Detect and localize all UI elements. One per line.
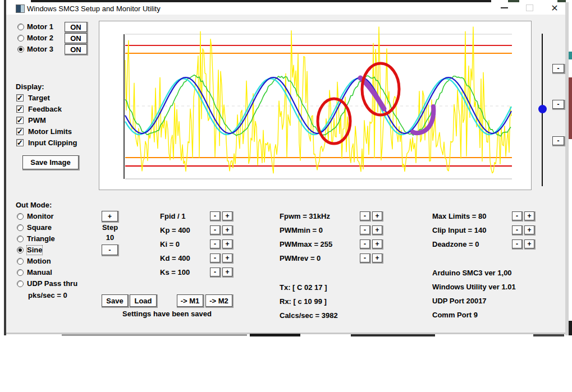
ki-minus-button[interactable]: - [210,239,220,248]
trace-pwm [125,27,511,173]
scale-minus-button-3[interactable]: - [552,136,564,145]
clip-input-minus-button[interactable]: - [512,225,522,234]
motor1-label: Motor 1 [27,22,53,31]
ki-plus-button[interactable]: + [222,239,232,248]
ks-label: Ks = 100 [160,268,190,277]
outmode-manual-label[interactable]: Manual [27,268,52,277]
fpid-minus-button[interactable]: - [210,211,220,220]
pwmmax-minus-button[interactable]: - [360,239,370,248]
outmode-heading: Out Mode: [16,201,52,210]
kd-minus-button[interactable]: - [210,253,220,262]
deadzone-plus-button[interactable]: + [524,239,534,248]
motor1-on-button[interactable]: ON [65,22,87,32]
display-heading: Display: [16,82,44,91]
motor1-radio[interactable] [17,24,24,30]
outmode-monitor-label[interactable]: Monitor [27,212,54,221]
close-icon: ✕ [551,3,558,13]
max-limits-plus-button[interactable]: + [524,211,534,220]
scope-chart-svg [99,21,531,190]
screen-artifact-right2 [569,77,572,139]
pwm-checkbox[interactable] [16,117,24,124]
fpwm-plus-button[interactable]: + [372,211,382,220]
outmode-square-label[interactable]: Square [27,223,52,232]
max-limits-label: Max Limits = 80 [432,212,486,221]
udp-port-text: UDP Port 20017 [432,297,487,306]
outmode-square-radio[interactable] [17,224,24,231]
calcs-readout: Calcs/sec = 3982 [280,311,338,320]
rx-readout: Rx: [ c 10 99 ] [280,297,327,306]
deadzone-minus-button[interactable]: - [512,239,522,248]
motor2-on-button[interactable]: ON [65,33,87,43]
pks-per-sec-label: pks/sec = 0 [28,291,67,300]
outmode-udp-label[interactable]: UDP Pass thru [27,279,77,288]
input-clipping-checkbox[interactable] [16,139,24,146]
target-checkbox-label: Target [28,94,50,103]
scale-minus-button-1[interactable]: - [552,64,564,73]
outmode-monitor-radio[interactable] [17,213,24,220]
outmode-sine-radio[interactable] [17,247,24,253]
max-limits-minus-button[interactable]: - [512,211,522,220]
ki-label: Ki = 0 [160,240,180,249]
step-plus-button[interactable]: + [102,211,118,222]
kd-plus-button[interactable]: + [222,253,232,262]
fpid-label: Fpid / 1 [160,212,186,221]
motor-limits-checkbox-label: Motor Limits [28,127,72,136]
outmode-udp-radio[interactable] [17,280,24,287]
screen-artifact-bottom4 [533,334,564,336]
kp-label: Kp = 400 [160,226,190,235]
motor3-radio[interactable] [17,46,24,53]
outmode-motion-label[interactable]: Motion [27,257,51,266]
load-button[interactable]: Load [130,294,157,307]
send-m1-button[interactable]: -> M1 [177,294,203,307]
fpwm-minus-button[interactable]: - [360,211,370,220]
close-button[interactable]: ✕ [547,2,562,13]
save-button[interactable]: Save [102,294,128,307]
clip-input-plus-button[interactable]: + [524,225,534,234]
arduino-version-text: Arduino SMC3 ver 1,00 [432,269,512,278]
pwmmin-minus-button[interactable]: - [360,225,370,234]
fpid-plus-button[interactable]: + [222,211,232,220]
pwm-checkbox-label: PWM [28,116,46,125]
comm-port-text: Comm Port 9 [432,311,478,320]
pwmrev-plus-button[interactable]: + [372,253,382,262]
pwmrev-label: PWMrev = 0 [280,254,321,263]
send-m2-button[interactable]: -> M2 [205,294,232,307]
scale-slider-thumb[interactable] [538,105,547,113]
outmode-triangle-radio[interactable] [17,236,24,242]
step-label: Step [99,223,121,232]
highlight-stroke-2 [413,107,433,133]
kp-minus-button[interactable]: - [210,225,220,234]
target-checkbox[interactable] [16,94,24,102]
screen-artifact-bottom3 [351,334,435,336]
step-minus-button[interactable]: - [102,245,118,255]
feedback-checkbox[interactable] [16,105,24,113]
pwmrev-minus-button[interactable]: - [360,253,370,262]
motor3-on-button[interactable]: ON [65,44,87,54]
step-value: 10 [99,233,121,242]
outmode-triangle-label[interactable]: Triangle [27,234,55,243]
kp-plus-button[interactable]: + [222,225,232,234]
scale-minus-button-2[interactable]: - [552,100,564,109]
title-bar: Windows SMC3 Setup and Monitor Utility [6,2,565,15]
outmode-motion-radio[interactable] [17,258,24,265]
feedback-checkbox-label: Feedback [28,105,62,114]
maximize-button[interactable] [522,3,537,12]
ks-plus-button[interactable]: + [222,268,232,276]
motor2-radio[interactable] [17,35,24,41]
pwmmax-plus-button[interactable]: + [372,239,382,248]
app-icon [16,4,25,13]
input-clipping-checkbox-label: Input Clipping [28,139,77,147]
pwmmin-plus-button[interactable]: + [372,225,382,234]
outmode-sine-label[interactable]: Sine [27,246,42,255]
motor-limits-checkbox[interactable] [16,128,24,135]
screen: Windows SMC3 Setup and Monitor Utility ✕… [0,0,572,392]
scope-chart [99,21,532,190]
ks-minus-button[interactable]: - [210,268,220,276]
save-image-button[interactable]: Save Image [22,155,79,169]
minimize-icon [501,7,508,8]
pwmmax-label: PWMmax = 255 [280,240,332,249]
minimize-button[interactable] [497,3,511,12]
screen-artifact-bottom1 [62,334,247,336]
outmode-manual-radio[interactable] [17,269,24,276]
fpwm-label: Fpwm = 31kHz [280,212,330,221]
